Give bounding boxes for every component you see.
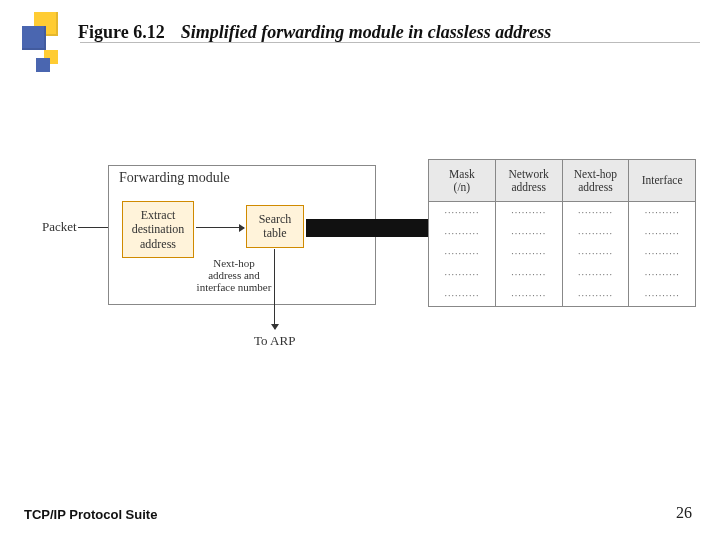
col-interface: Interface (629, 160, 695, 202)
figure-title: Simplified forwarding module in classles… (181, 22, 552, 43)
title-bullet-icon (20, 8, 68, 56)
thick-connector (306, 219, 428, 237)
extract-box: Extract destination address (122, 201, 194, 258)
col-nexthop-body: ·········· ·········· ·········· ·······… (563, 202, 630, 306)
figure-number: Figure 6.12 (78, 22, 165, 43)
to-arp-label: To ARP (254, 333, 295, 349)
col-mask: Mask (/n) (429, 160, 496, 202)
module-label: Forwarding module (119, 170, 230, 186)
search-box: Search table (246, 205, 304, 248)
arrow-to-search (196, 227, 244, 228)
packet-label: Packet (42, 219, 77, 235)
col-network-body: ·········· ·········· ·········· ·······… (496, 202, 563, 306)
page-number: 26 (676, 504, 692, 522)
footer-suite: TCP/IP Protocol Suite (24, 507, 157, 522)
col-network: Network address (496, 160, 563, 202)
forwarding-diagram: Packet Forwarding module Extract destina… (40, 165, 700, 365)
col-nexthop: Next-hop address (563, 160, 630, 202)
routing-table: Mask (/n) Network address Next-hop addre… (428, 159, 696, 307)
col-mask-body: ·········· ·········· ·········· ·······… (429, 202, 496, 306)
header-divider (80, 42, 700, 43)
sub-bullet-icon (36, 50, 72, 86)
col-interface-body: ·········· ·········· ·········· ·······… (629, 202, 695, 306)
arrow-down-to-arp (274, 249, 275, 329)
below-label: Next-hop address and interface number (196, 257, 272, 293)
slide-header: Figure 6.12 Simplified forwarding module… (20, 8, 700, 56)
